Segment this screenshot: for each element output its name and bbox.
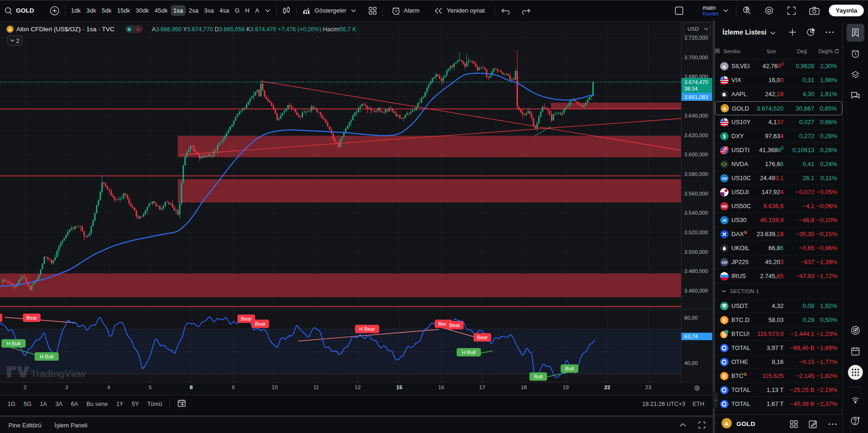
svg-text:38:34: 38:34 — [684, 86, 698, 91]
svg-text:H Bear: H Bear — [359, 326, 375, 332]
svg-text:15: 15 — [396, 384, 403, 390]
svg-text:12: 12 — [355, 384, 361, 390]
svg-text:Bear: Bear — [241, 316, 252, 321]
svg-text:10: 10 — [272, 384, 278, 390]
svg-text:9: 9 — [232, 384, 235, 390]
svg-text:3.661,083: 3.661,083 — [684, 94, 708, 100]
svg-text:8: 8 — [190, 384, 193, 390]
svg-text:5: 5 — [149, 384, 152, 390]
svg-text:Bear: Bear — [255, 321, 266, 327]
svg-text:3.700,000: 3.700,000 — [684, 55, 708, 60]
svg-text:3.600,000: 3.600,000 — [684, 152, 708, 157]
svg-text:11: 11 — [313, 384, 319, 390]
svg-text:3.540,000: 3.540,000 — [684, 210, 708, 216]
svg-text:3.500,000: 3.500,000 — [684, 249, 708, 255]
svg-text:17: 17 — [479, 384, 486, 390]
svg-text:TradingView: TradingView — [31, 368, 86, 379]
svg-text:3.480,000: 3.480,000 — [684, 268, 708, 274]
svg-text:Bear: Bear — [26, 315, 37, 321]
svg-text:40,00: 40,00 — [684, 360, 698, 366]
svg-text:16: 16 — [438, 384, 444, 390]
svg-text:3.674,470: 3.674,470 — [684, 79, 708, 85]
svg-text:₿: ₿ — [722, 373, 727, 379]
svg-text:100: 100 — [722, 176, 727, 180]
svg-text:500: 500 — [722, 204, 727, 208]
svg-text:3: 3 — [65, 384, 68, 390]
svg-text:3.620,000: 3.620,000 — [684, 133, 708, 138]
svg-text:H Bull: H Bull — [462, 349, 475, 355]
svg-text:2: 2 — [24, 384, 27, 390]
svg-text:4: 4 — [107, 384, 111, 390]
svg-text:Bull: Bull — [565, 366, 574, 371]
svg-text:23: 23 — [646, 384, 652, 390]
svg-text:$: $ — [723, 133, 726, 139]
svg-text:3.720,000: 3.720,000 — [684, 35, 708, 41]
svg-text:USD: USD — [687, 26, 699, 32]
svg-text:18: 18 — [521, 384, 527, 390]
svg-text:Bear: Bear — [449, 322, 460, 328]
svg-text:3.580,000: 3.580,000 — [684, 171, 708, 177]
svg-text:30: 30 — [722, 218, 727, 222]
svg-text:3.560,000: 3.560,000 — [684, 191, 708, 196]
svg-text:19: 19 — [563, 384, 569, 390]
svg-text:3.520,000: 3.520,000 — [684, 230, 708, 235]
svg-text:80,00: 80,00 — [684, 315, 698, 321]
svg-text:63,74: 63,74 — [684, 334, 698, 339]
svg-text:3.640,000: 3.640,000 — [684, 113, 708, 119]
svg-text:H Bull: H Bull — [40, 354, 53, 359]
svg-text:Bear: Bear — [477, 335, 488, 340]
svg-text:3.460,000: 3.460,000 — [684, 288, 708, 293]
svg-text:22: 22 — [604, 384, 611, 390]
svg-text:₿: ₿ — [722, 317, 727, 323]
svg-text:H Bull: H Bull — [7, 341, 20, 346]
svg-text:225: 225 — [722, 260, 727, 264]
svg-text:Bull: Bull — [534, 374, 542, 379]
